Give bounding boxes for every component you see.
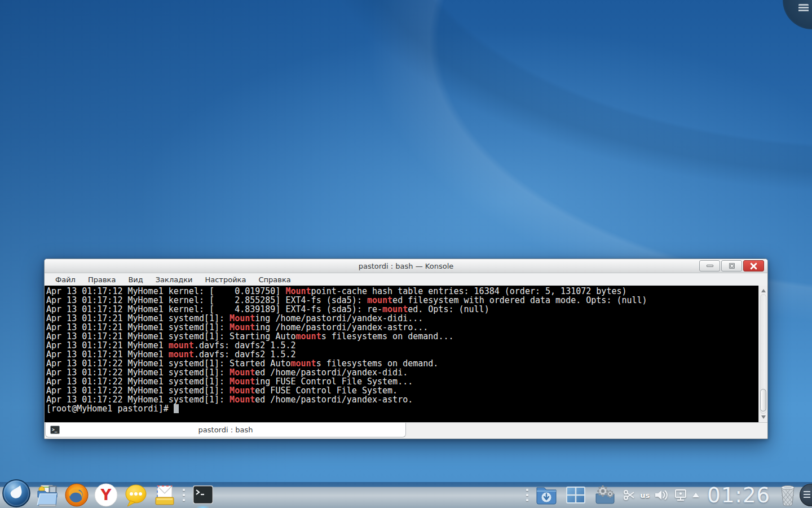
system-settings-widget[interactable] — [592, 482, 618, 508]
firefox-icon — [64, 483, 89, 507]
volume-tray-icon[interactable] — [654, 489, 669, 501]
window-titlebar[interactable]: pastordi : bash — Konsole — [45, 259, 767, 273]
konsole-tab-icon: >_ — [50, 426, 60, 434]
terminal-line: Apr 13 01:17:12 MyHome1 kernel: [ 2.8552… — [46, 296, 758, 305]
menu-item[interactable]: Настройка — [198, 275, 252, 284]
highlighted-match: Mount — [230, 395, 255, 405]
trash-widget[interactable] — [776, 482, 800, 508]
terminal-output[interactable]: Apr 13 01:17:12 MyHome1 kernel: [ 0.0197… — [45, 286, 758, 422]
tray-expand-arrow[interactable] — [692, 493, 699, 497]
yandex-browser-icon: Y — [94, 483, 118, 507]
panel-separator — [182, 485, 186, 505]
chat-bubble-icon — [123, 483, 148, 507]
terminal-line: Apr 13 01:17:22 MyHome1 systemd[1]: Moun… — [46, 368, 758, 377]
minimize-icon — [707, 265, 713, 267]
keyboard-layout-indicator[interactable]: us — [640, 491, 650, 500]
pager-icon — [564, 484, 587, 506]
system-tray: us — [623, 488, 699, 502]
downloads-folder-icon — [535, 483, 558, 507]
panel-separator-right — [525, 485, 529, 505]
panel-right-group: us 01:26 — [523, 482, 812, 508]
scrollbar-thumb[interactable] — [760, 389, 766, 411]
firefox-launcher[interactable] — [64, 482, 90, 508]
taskbar-panel: Y — [0, 482, 812, 508]
menu-item[interactable]: Правка — [82, 275, 122, 284]
close-icon — [750, 262, 757, 270]
terminal-prompt-line: [root@MyHome1 pastordi]# — [46, 404, 758, 413]
highlighted-match: mount — [296, 331, 321, 341]
scroll-down-arrow[interactable] — [759, 413, 767, 421]
file-manager-icon — [35, 483, 60, 507]
panel-toolbox-cashew[interactable] — [800, 482, 812, 508]
terminal-line: Apr 13 01:17:21 MyHome1 systemd[1]: Moun… — [46, 314, 758, 323]
terminal-line: Apr 13 01:17:22 MyHome1 systemd[1]: Star… — [46, 359, 758, 368]
desktop: pastordi : bash — Konsole ФайлПравкаВидЗ… — [0, 0, 812, 508]
email-launcher[interactable] — [152, 482, 178, 508]
svg-text:Y: Y — [100, 487, 112, 503]
terminal-line: Apr 13 01:17:22 MyHome1 systemd[1]: Moun… — [46, 377, 758, 386]
digital-clock[interactable]: 01:26 — [707, 483, 770, 507]
scroll-up-arrow[interactable] — [759, 287, 767, 295]
cashew-icon — [798, 4, 809, 13]
terminal-scrollbar[interactable] — [758, 286, 767, 422]
clipboard-tray-icon[interactable] — [623, 489, 636, 501]
yandex-browser-launcher[interactable]: Y — [93, 482, 119, 508]
maximize-button[interactable] — [721, 260, 742, 271]
downloads-folder-widget[interactable] — [533, 482, 559, 508]
scrollbar-track[interactable] — [760, 294, 766, 414]
tab-bar: >_ pastordi : bash — [45, 422, 767, 439]
cashew-lines-icon — [804, 491, 810, 499]
app-launcher-button[interactable] — [1, 478, 32, 508]
email-icon — [152, 483, 177, 507]
menu-bar: ФайлПравкаВидЗакладкиНастройкаСправка — [45, 273, 767, 286]
window-title: pastordi : bash — Konsole — [359, 262, 454, 270]
terminal-line: Apr 13 01:17:21 MyHome1 systemd[1]: Star… — [46, 332, 758, 341]
terminal-cursor — [174, 404, 179, 413]
tab-label: pastordi : bash — [198, 426, 253, 434]
window-buttons — [699, 260, 764, 271]
menu-item[interactable]: Справка — [252, 275, 297, 284]
close-button[interactable] — [743, 260, 764, 271]
menu-item[interactable]: Закладки — [149, 275, 199, 284]
launcher-orb-icon — [1, 478, 32, 508]
terminal-line: Apr 13 01:17:12 MyHome1 kernel: [ 0.0197… — [46, 287, 758, 296]
terminal-line: Apr 13 01:17:21 MyHome1 mount.davfs: dav… — [46, 350, 758, 359]
messenger-launcher[interactable] — [122, 482, 148, 508]
terminal-line: Apr 13 01:17:12 MyHome1 kernel: [ 4.8391… — [46, 305, 758, 314]
terminal-line: Apr 13 01:17:21 MyHome1 systemd[1]: Moun… — [46, 323, 758, 332]
taskbar-konsole-task[interactable] — [190, 482, 216, 508]
trash-icon — [778, 483, 798, 507]
maximize-icon — [729, 263, 735, 269]
konsole-window: pastordi : bash — Konsole ФайлПравкаВидЗ… — [44, 259, 768, 439]
konsole-icon — [192, 484, 214, 506]
terminal-line: Apr 13 01:17:22 MyHome1 systemd[1]: Moun… — [46, 386, 758, 395]
terminal-line: Apr 13 01:17:22 MyHome1 systemd[1]: Moun… — [46, 395, 758, 404]
terminal-line: Apr 13 01:17:21 MyHome1 mount.davfs: dav… — [46, 341, 758, 350]
file-manager-launcher[interactable] — [34, 482, 60, 508]
menu-item[interactable]: Вид — [122, 275, 149, 284]
menu-item[interactable]: Файл — [49, 275, 82, 284]
gears-icon — [593, 483, 617, 507]
tab-pastordi-bash[interactable]: >_ pastordi : bash — [45, 423, 406, 437]
terminal-area: Apr 13 01:17:12 MyHome1 kernel: [ 0.0197… — [45, 286, 767, 422]
network-tray-icon[interactable] — [673, 488, 688, 502]
minimize-button[interactable] — [699, 260, 720, 271]
desktop-pager-widget[interactable] — [563, 482, 589, 508]
